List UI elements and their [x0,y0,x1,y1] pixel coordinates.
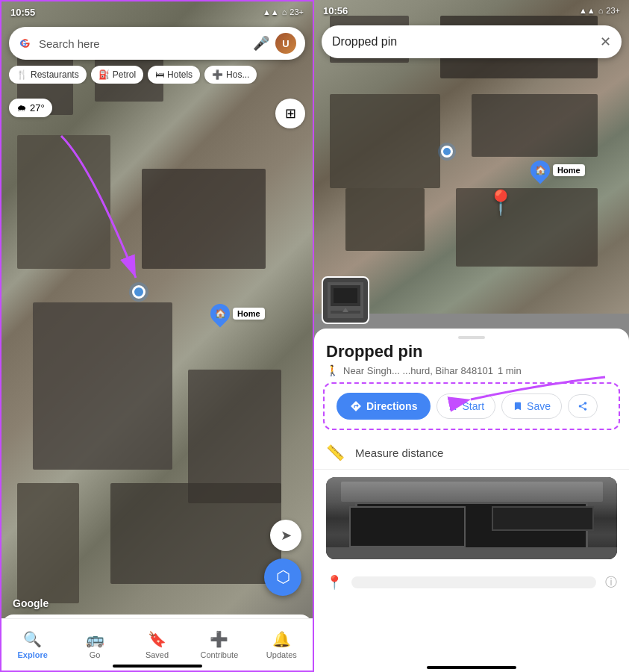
chip-hotels[interactable]: 🛏 Hotels [148,66,200,84]
ruler-icon: 📏 [326,444,345,461]
home-indicator-right [427,666,516,669]
saved-label: Saved [145,650,169,659]
house-icon: 🏠 [215,308,226,319]
navigation-icon [448,401,458,411]
google-logo-icon: G [18,36,33,51]
nav-go[interactable]: 🚌 Go [63,630,125,659]
add-icon: ➕ [212,69,223,80]
location-row[interactable]: 📍 ⓘ [314,567,629,598]
nav-saved[interactable]: 🔖 Saved [126,630,188,659]
pin-title: Dropped pin [314,342,629,364]
temperature: 27° [30,102,45,113]
house-icon-right: 🏠 [535,165,546,175]
save-button[interactable]: Save [501,393,562,419]
home-marker-right[interactable]: 🏠 Home [531,161,585,180]
left-panel: 10:55 ▲▲ ⌂ 23+ G Search here 🎤 U 🍴 Resta… [0,0,314,672]
measure-row[interactable]: 📏 Measure distance [314,436,629,470]
user-avatar-left[interactable]: U [275,33,296,54]
left-search-bar[interactable]: G Search here 🎤 U [9,27,305,60]
search-placeholder-left[interactable]: Search here [39,37,247,50]
chip-petrol[interactable]: ⛽ Petrol [91,66,143,84]
sheet-handle-right [458,336,485,339]
home-indicator-left [113,665,202,668]
dropped-pin-marker[interactable]: 📍 [486,188,516,217]
layers-button[interactable]: ⊞ [275,99,305,128]
home-label-right: Home [553,164,585,176]
handle-wrap [314,329,629,342]
directions-icon [350,400,362,412]
right-status-bar: 10:56 ▲▲ ⌂ 23+ [314,0,629,21]
bookmark-icon [513,401,523,411]
close-button[interactable]: ✕ [600,34,611,50]
location-text-bar [351,576,596,588]
bottom-nav-left: 🔍 Explore 🚌 Go 🔖 Saved ➕ Contribute 🔔 Up… [1,618,313,671]
wifi-icon: ⌂ [282,7,287,16]
right-panel: 10:56 ▲▲ ⌂ 23+ Dropped pin ✕ 🏠 Home 📍 [314,0,629,672]
microphone-icon[interactable]: 🎤 [253,35,269,52]
measure-label: Measure distance [355,447,443,459]
chip-more[interactable]: ➕ Hos... [204,66,257,84]
explore-icon: 🔍 [23,630,42,648]
thumbnail-icon [328,282,363,318]
navigate-button[interactable]: ➤ [270,520,301,551]
home-marker-left[interactable]: 🏠 Home [210,304,265,323]
left-status-bar: 10:55 ▲▲ ⌂ 23+ [1,1,313,22]
explore-label: Explore [18,650,48,659]
user-location-dot-left [132,285,145,299]
chip-restaurants[interactable]: 🍴 Restaurants [9,66,87,84]
home-pin-icon-right: 🏠 [527,157,554,184]
nav-contribute[interactable]: ➕ Contribute [188,630,250,659]
directions-icon-fab: ⬡ [276,567,290,587]
location-pin-icon: 📍 [326,574,342,591]
user-location-dot-right [441,146,453,158]
contribute-label: Contribute [201,650,239,659]
left-time: 10:55 [10,7,35,18]
directions-fab[interactable]: ⬡ [264,559,301,596]
street-view-photo[interactable] [326,477,617,559]
rain-icon: 🌧 [16,102,26,113]
left-status-icons: ▲▲ ⌂ 23+ [263,7,304,16]
info-button[interactable]: ⓘ [605,575,617,591]
right-search-bar[interactable]: Dropped pin ✕ [322,25,622,58]
category-chips: 🍴 Restaurants ⛽ Petrol 🛏 Hotels ➕ Hos... [9,66,305,84]
go-icon: 🚌 [86,630,104,648]
google-watermark: Google [13,597,48,609]
share-button[interactable] [568,394,598,418]
layers-icon: ⊞ [285,105,296,122]
right-status-icons: ▲▲ ⌂ 23+ [579,6,620,15]
share-icon [578,401,588,411]
nav-updates[interactable]: 🔔 Updates [251,630,313,659]
building-image [326,477,617,559]
right-time: 10:56 [323,5,348,16]
compass-icon: ➤ [281,527,292,544]
pin-subtitle: 🚶 Near Singh... ...hurd, Bihar 848101 1 … [314,364,629,376]
walk-icon: 🚶 [326,364,339,376]
info-card: Dropped pin 🚶 Near Singh... ...hurd, Bih… [314,329,629,672]
home-pin-icon: 🏠 [207,300,234,328]
updates-icon: 🔔 [272,630,291,648]
svg-rect-5 [334,288,357,303]
nav-explore[interactable]: 🔍 Explore [1,630,63,659]
signal-icon-right: ▲▲ [579,6,595,15]
signal-icon: ▲▲ [263,7,279,16]
dropped-pin-title-search: Dropped pin [332,35,594,49]
saved-icon: 🔖 [148,630,166,648]
home-label-left: Home [233,308,265,320]
map-thumbnail[interactable] [322,276,369,324]
contribute-icon: ➕ [210,630,228,648]
petrol-icon: ⛽ [98,69,110,80]
weather-badge[interactable]: 🌧 27° [9,99,52,117]
action-buttons-row: Directions Start Save [323,382,620,430]
battery-icon: 23+ [290,7,304,16]
wifi-icon-right: ⌂ [598,6,604,15]
start-button[interactable]: Start [436,393,495,419]
restaurant-icon: 🍴 [16,69,28,80]
hotel-icon: 🛏 [155,69,164,80]
directions-button[interactable]: Directions [337,393,431,420]
battery-icon-right: 23+ [606,6,620,15]
walk-time: 1 min [498,365,522,376]
svg-text:G: G [20,38,27,48]
updates-label: Updates [266,650,297,659]
go-label: Go [90,650,101,659]
pin-address: Near Singh... ...hurd, Bihar 848101 [343,365,493,376]
